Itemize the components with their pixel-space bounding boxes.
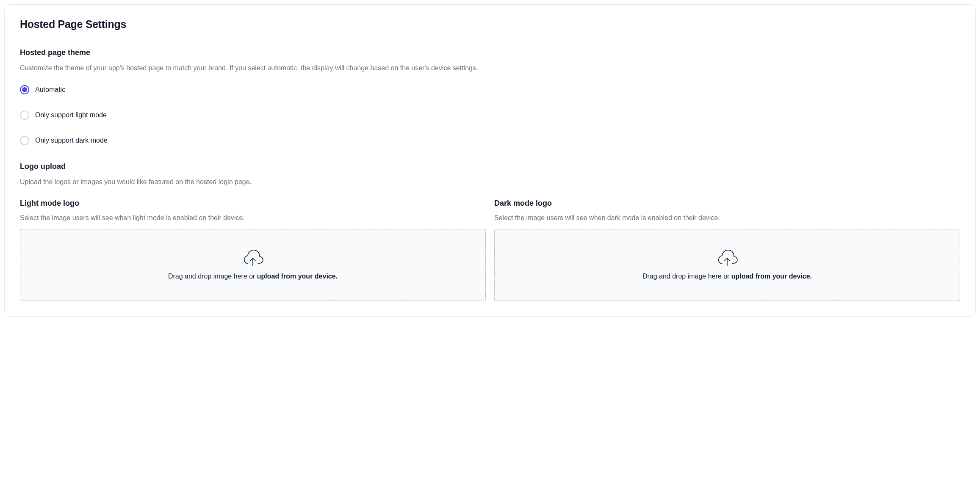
dropzone-prefix: Drag and drop image here or	[168, 273, 257, 280]
light-logo-description: Select the image users will see when lig…	[20, 213, 486, 223]
radio-dot-icon	[22, 87, 27, 92]
dark-logo-description: Select the image users will see when dar…	[494, 213, 960, 223]
cloud-upload-icon	[242, 250, 264, 267]
light-logo-title: Light mode logo	[20, 199, 486, 208]
theme-section-title: Hosted page theme	[20, 48, 960, 57]
dropzone-text: Drag and drop image here or upload from …	[642, 273, 812, 280]
logo-section-title: Logo upload	[20, 162, 960, 171]
dark-mode-logo-column: Dark mode logo Select the image users wi…	[494, 199, 960, 301]
radio-indicator	[20, 85, 29, 94]
dark-logo-title: Dark mode logo	[494, 199, 960, 208]
light-mode-logo-column: Light mode logo Select the image users w…	[20, 199, 486, 301]
radio-label: Automatic	[35, 86, 65, 94]
radio-option-automatic[interactable]: Automatic	[20, 85, 960, 94]
dark-logo-dropzone[interactable]: Drag and drop image here or upload from …	[494, 229, 960, 301]
settings-card: Hosted Page Settings Hosted page theme C…	[4, 4, 976, 317]
radio-label: Only support light mode	[35, 111, 107, 119]
cloud-upload-icon	[716, 250, 738, 267]
dropzone-text: Drag and drop image here or upload from …	[168, 273, 338, 280]
dropzone-prefix: Drag and drop image here or	[642, 273, 731, 280]
radio-indicator	[20, 136, 29, 145]
upload-row: Light mode logo Select the image users w…	[20, 199, 960, 301]
theme-radio-group: Automatic Only support light mode Only s…	[20, 85, 960, 145]
theme-section-description: Customize the theme of your app's hosted…	[20, 63, 960, 73]
radio-option-dark-only[interactable]: Only support dark mode	[20, 136, 960, 145]
dropzone-bold: upload from your device.	[731, 273, 812, 280]
page-title: Hosted Page Settings	[20, 18, 960, 30]
radio-option-light-only[interactable]: Only support light mode	[20, 110, 960, 120]
radio-label: Only support dark mode	[35, 137, 108, 144]
light-logo-dropzone[interactable]: Drag and drop image here or upload from …	[20, 229, 486, 301]
radio-indicator	[20, 110, 29, 120]
logo-section-description: Upload the logos or images you would lik…	[20, 177, 960, 187]
dropzone-bold: upload from your device.	[257, 273, 338, 280]
